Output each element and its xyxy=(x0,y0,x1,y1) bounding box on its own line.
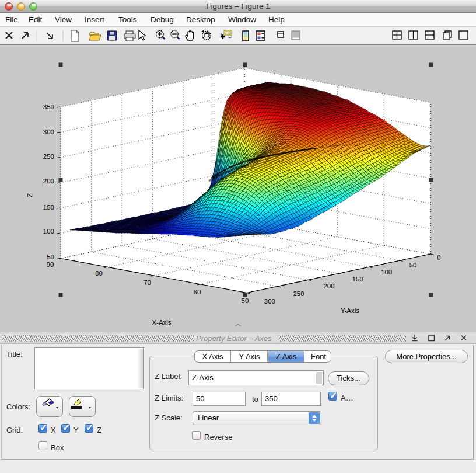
svg-text:Y-Axis: Y-Axis xyxy=(341,307,359,314)
svg-text:70: 70 xyxy=(144,279,151,286)
svg-text:250: 250 xyxy=(293,290,304,297)
svg-text:100: 100 xyxy=(43,228,54,235)
svg-text:0: 0 xyxy=(437,254,440,261)
svg-text:200: 200 xyxy=(323,283,334,290)
svg-text:50: 50 xyxy=(242,297,249,304)
svg-text:Z: Z xyxy=(26,193,33,197)
svg-text:300: 300 xyxy=(264,298,275,305)
svg-text:90: 90 xyxy=(47,261,54,268)
svg-text:80: 80 xyxy=(95,270,103,277)
svg-text:50: 50 xyxy=(47,253,54,260)
svg-text:350: 350 xyxy=(43,103,54,110)
svg-text:250: 250 xyxy=(43,153,54,160)
svg-text:100: 100 xyxy=(381,269,392,276)
svg-text:300: 300 xyxy=(43,128,54,135)
svg-text:200: 200 xyxy=(43,178,54,185)
svg-text:50: 50 xyxy=(410,262,417,269)
svg-text:150: 150 xyxy=(43,204,54,211)
svg-text:X-Axis: X-Axis xyxy=(152,319,171,326)
svg-text:60: 60 xyxy=(194,288,201,295)
svg-text:150: 150 xyxy=(352,276,363,283)
